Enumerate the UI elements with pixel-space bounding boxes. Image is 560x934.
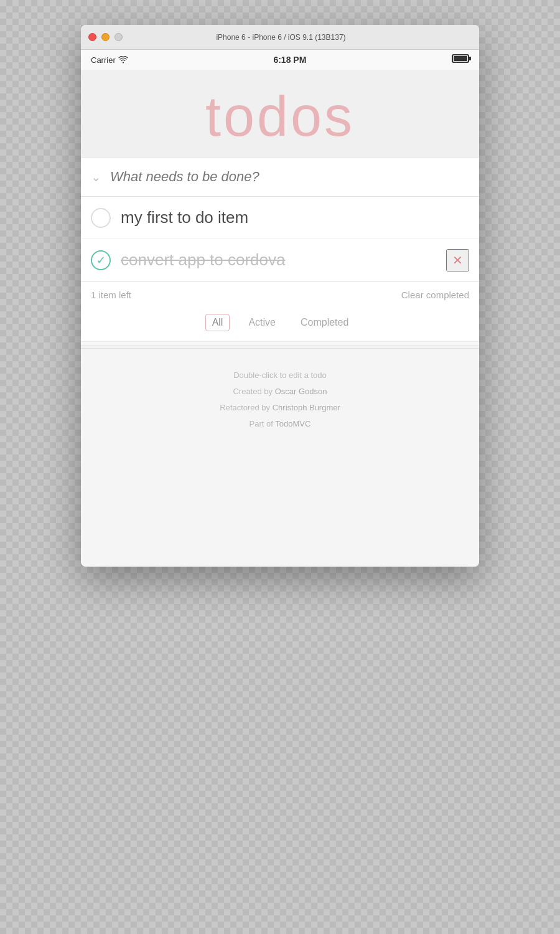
app-footer-info: Double-click to edit a todo Created by O… bbox=[81, 349, 479, 567]
status-time: 6:18 PM bbox=[273, 55, 306, 65]
todo-checkbox-1[interactable] bbox=[91, 208, 111, 228]
refactor-link[interactable]: Christoph Burgmer bbox=[273, 403, 340, 412]
items-left-count: 1 item left bbox=[91, 290, 131, 300]
todo-list: my first to do item ✓ convert app to cor… bbox=[81, 197, 479, 281]
footer-line-1: Double-click to edit a todo bbox=[91, 367, 469, 384]
filter-active-button[interactable]: Active bbox=[242, 314, 282, 331]
filter-all-button[interactable]: All bbox=[205, 314, 230, 331]
footer-line-4: Part of TodoMVC bbox=[91, 416, 469, 432]
todomvc-link[interactable]: TodoMVC bbox=[275, 419, 310, 428]
app-header: todos bbox=[81, 70, 479, 157]
footer-line-3: Refactored by Christoph Burgmer bbox=[91, 400, 469, 416]
toggle-all-icon[interactable]: ⌄ bbox=[91, 169, 101, 184]
mac-window: iPhone 6 - iPhone 6 / iOS 9.1 (13B137) C… bbox=[81, 25, 479, 567]
checkmark-icon: ✓ bbox=[96, 253, 106, 267]
clear-completed-button[interactable]: Clear completed bbox=[401, 290, 469, 300]
filter-completed-button[interactable]: Completed bbox=[294, 314, 355, 331]
todo-footer: 1 item left Clear completed bbox=[81, 281, 479, 308]
new-todo-input[interactable] bbox=[110, 169, 469, 185]
todo-item-completed: ✓ convert app to cordova ✕ bbox=[81, 239, 479, 281]
todo-checkbox-2[interactable]: ✓ bbox=[91, 250, 111, 270]
battery-indicator bbox=[452, 54, 469, 65]
carrier-info: Carrier bbox=[91, 55, 128, 65]
app-title: todos bbox=[81, 88, 479, 144]
footer-line-2: Created by Oscar Godson bbox=[91, 384, 469, 400]
mac-titlebar: iPhone 6 - iPhone 6 / iOS 9.1 (13B137) bbox=[81, 25, 479, 50]
todo-text-1: my first to do item bbox=[121, 208, 469, 227]
author-link[interactable]: Oscar Godson bbox=[275, 387, 327, 396]
todo-text-2: convert app to cordova bbox=[121, 250, 446, 270]
filter-bar: All Active Completed bbox=[81, 308, 479, 342]
mac-window-title: iPhone 6 - iPhone 6 / iOS 9.1 (13B137) bbox=[90, 33, 472, 42]
new-todo-section[interactable]: ⌄ bbox=[81, 157, 479, 197]
ios-statusbar: Carrier 6:18 PM bbox=[81, 50, 479, 70]
delete-todo-button[interactable]: ✕ bbox=[446, 249, 469, 271]
todo-item: my first to do item bbox=[81, 197, 479, 239]
wifi-icon bbox=[118, 56, 128, 64]
carrier-name: Carrier bbox=[91, 55, 116, 65]
